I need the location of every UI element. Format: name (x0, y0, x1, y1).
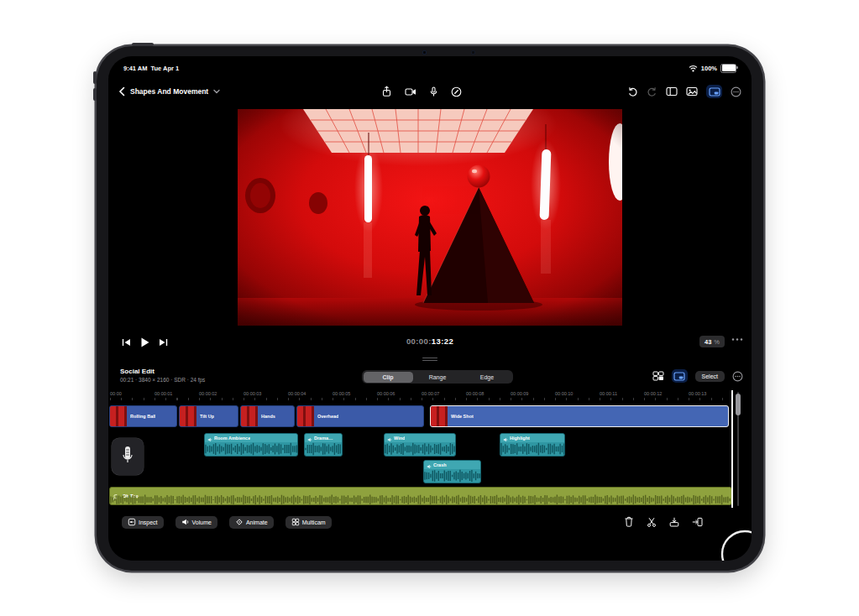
audio-meter-tile[interactable] (112, 438, 144, 475)
button-label: Animate (246, 519, 268, 525)
ruler-label: 00:00:10 (555, 391, 573, 396)
top-toolbar: Shapes And Movement (108, 80, 752, 103)
playhead[interactable] (731, 390, 733, 508)
timecode[interactable]: 00:00:13:22 (406, 337, 453, 346)
video-clip-wide-shot[interactable]: Wide Shot (430, 405, 729, 427)
audio-waveform (305, 442, 342, 456)
project-title[interactable]: Shapes And Movement (130, 87, 208, 96)
jog-wheel[interactable] (713, 522, 752, 561)
append-clip-icon[interactable] (692, 517, 703, 527)
status-date: Tue Apr 1 (150, 65, 179, 72)
screen: 9:41 AM Tue Apr 1 100% Shapes And Moveme… (108, 56, 752, 561)
bottom-toolbar: InspectVolumeAnimateMulticam (108, 514, 752, 533)
chevron-down-icon[interactable] (213, 89, 220, 94)
blade-icon[interactable] (647, 517, 657, 527)
music-clip-oh-too[interactable]: Oh Too (109, 487, 732, 505)
audio-waveform (385, 442, 455, 456)
trash-icon[interactable] (624, 516, 634, 527)
timeline-overlay-icon[interactable] (672, 369, 688, 383)
ruler-label: 00:00:01 (155, 391, 172, 396)
audio-waveform (500, 442, 564, 456)
transport-bar: 00:00:13:22 43% (108, 334, 752, 351)
next-frame-icon[interactable] (159, 338, 168, 347)
clip-label: Rolling Ball (130, 414, 155, 419)
animate-icon (235, 518, 244, 527)
clip-label: Wide Shot (451, 414, 474, 419)
volume-up-button (93, 71, 97, 84)
wifi-icon (689, 65, 698, 72)
button-label: Volume (192, 519, 212, 525)
microphone-icon[interactable] (429, 86, 438, 97)
video-clip-overhead[interactable]: Overhead (296, 405, 424, 427)
timeline-tracks[interactable]: Rolling BallTilt UpHandsOverheadWide Sho… (108, 400, 733, 509)
button-label: Inspect (139, 519, 158, 525)
slider-thumb[interactable] (736, 394, 741, 415)
viewer-options-icon[interactable] (706, 85, 722, 98)
video-clip-tilt-up[interactable]: Tilt Up (179, 405, 238, 427)
more-icon[interactable] (731, 86, 741, 97)
ruler-label: 00:00:06 (377, 391, 395, 396)
ruler-label: 00:00:03 (244, 391, 261, 396)
clip-height-slider[interactable] (736, 392, 741, 506)
ruler-label: 00:00:05 (333, 391, 350, 396)
power-button (132, 43, 154, 46)
ruler-label: 00:00:04 (288, 391, 306, 396)
battery-percent: 100% (701, 65, 717, 72)
volume-down-button (93, 88, 97, 101)
audio-clip-crash[interactable]: Crash (423, 460, 481, 483)
clip-label: Drama… (314, 436, 333, 441)
clip-label: Hands (261, 414, 275, 419)
back-chevron-icon[interactable] (118, 86, 125, 97)
panel-drag-handle[interactable] (422, 356, 437, 363)
animate-button[interactable]: Animate (229, 516, 274, 529)
previous-frame-icon[interactable] (122, 338, 131, 347)
video-clip-rolling-ball[interactable]: Rolling Ball (109, 405, 177, 427)
mode-clip[interactable]: Clip (364, 372, 413, 383)
clip-appearance-icon[interactable] (652, 371, 664, 381)
clip-label: Wind (394, 436, 405, 441)
clip-thumbnail (180, 406, 196, 426)
clip-thumbnail (297, 406, 314, 426)
viewer-scene (238, 109, 622, 326)
insert-clip-icon[interactable] (669, 517, 679, 527)
battery-icon (720, 64, 736, 73)
undo-icon[interactable] (627, 86, 638, 97)
browser-icon[interactable] (666, 86, 678, 97)
zoom-level[interactable]: 43% (699, 336, 725, 347)
audio-clip-wind[interactable]: Wind (384, 433, 456, 457)
camera-icon[interactable] (405, 87, 416, 97)
photos-icon[interactable] (686, 86, 698, 97)
audio-waveform (424, 469, 480, 483)
clip-thumbnail (110, 406, 127, 426)
timeline-project-name: Social Edit (120, 368, 205, 375)
audio-meter-icon (122, 445, 134, 468)
share-icon[interactable] (381, 86, 392, 97)
play-icon[interactable] (140, 337, 149, 347)
audio-clip-highlight[interactable]: Highlight (500, 433, 565, 457)
ruler-label: 00:00:13 (689, 391, 706, 396)
volume-button[interactable]: Volume (175, 516, 217, 529)
timeline-project-info: Social Edit 00:21 · 3840 × 2160 · SDR · … (120, 368, 205, 383)
multicam-button[interactable]: Multicam (285, 516, 332, 529)
timeline-project-meta: 00:21 · 3840 × 2160 · SDR · 24 fps (120, 377, 205, 383)
audio-clip-room-ambience[interactable]: Room Ambience (204, 433, 298, 457)
video-clip-hands[interactable]: Hands (240, 405, 295, 427)
transport-more-icon[interactable] (731, 337, 743, 342)
video-viewer[interactable] (238, 109, 622, 326)
mode-edge[interactable]: Edge (463, 372, 512, 383)
audio-clip-drama[interactable]: Drama… (304, 433, 343, 457)
mode-segmented-control[interactable]: ClipRangeEdge (362, 370, 513, 384)
clip-label: Room Ambience (214, 436, 250, 441)
select-button[interactable]: Select (695, 371, 725, 382)
mode-range[interactable]: Range (413, 372, 463, 383)
inspect-button[interactable]: Inspect (122, 516, 164, 529)
audio-waveform (205, 442, 297, 456)
inspect-icon (128, 518, 136, 527)
pencil-icon[interactable] (451, 86, 462, 97)
clip-label: Overhead (317, 414, 338, 419)
camera-sensor (471, 50, 475, 55)
clip-thumbnail (431, 406, 448, 426)
ruler-label: 00:00:02 (199, 391, 217, 396)
timeline-more-icon[interactable] (732, 371, 743, 382)
timeline-ruler[interactable]: 00:0000:00:0100:00:0200:00:0300:00:0400:… (108, 390, 733, 400)
